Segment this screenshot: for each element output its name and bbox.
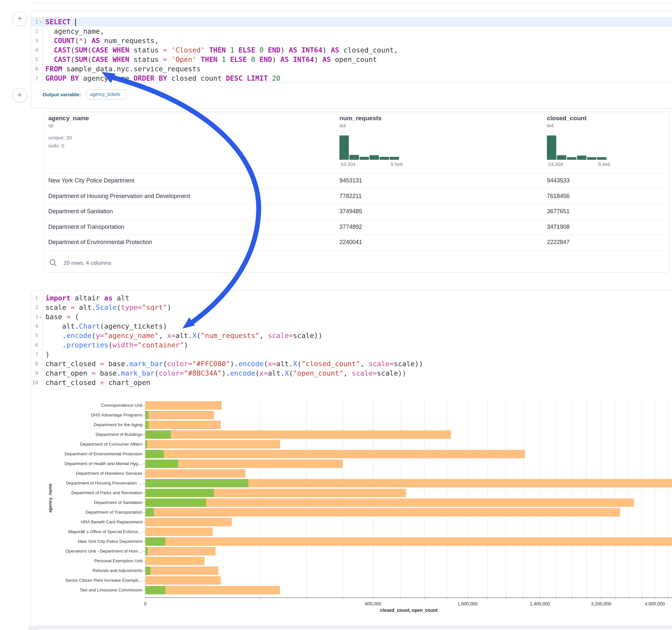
bar-closed-count xyxy=(145,469,245,478)
table-row[interactable]: Department of Transportation377489234719… xyxy=(44,219,669,235)
y-axis-tick xyxy=(143,454,145,454)
token-kw: ELSE xyxy=(239,46,256,54)
token-kw: LIMIT xyxy=(247,74,268,82)
chart-gridline xyxy=(655,400,655,597)
bar-closed-count xyxy=(145,518,232,526)
token-pl: status xyxy=(129,46,163,54)
y-axis-tick xyxy=(143,444,145,445)
token-pl xyxy=(226,46,230,54)
sql-code-line[interactable]: 7GROUP BY agency_name ORDER BY closed_co… xyxy=(31,74,672,83)
y-axis-tick xyxy=(143,464,145,464)
search-icon[interactable] xyxy=(49,259,57,267)
fold-spacer xyxy=(38,64,43,74)
y-axis-tick xyxy=(143,512,145,513)
token-pl xyxy=(264,46,268,54)
token-kw: FROM xyxy=(45,65,62,73)
chart-category-label: Department of Housing Preservation … xyxy=(41,481,142,485)
chart-category-label: Senior Citizen Rent Increase Exempti… xyxy=(41,578,142,583)
chart-category-label: Department of Homeless Services xyxy=(41,471,142,476)
token-op: * xyxy=(79,37,83,45)
code-text: SELECT xyxy=(43,17,76,27)
histogram-bar xyxy=(380,157,389,160)
add-cell-button[interactable]: + xyxy=(12,11,27,26)
token-kw: AS xyxy=(289,46,297,54)
bar-open-count xyxy=(145,508,154,516)
add-cell-button[interactable]: + xyxy=(12,88,27,103)
bar-closed-count xyxy=(145,508,620,516)
histogram-max-label: 9.4e6 xyxy=(598,162,610,167)
chart-category-label: New York City Police Department xyxy=(41,539,142,544)
y-axis-tick xyxy=(143,551,145,552)
token-kw: AS xyxy=(91,37,100,45)
chart-category-label: Taxi and Limousine Commission xyxy=(41,587,142,592)
x-axis-tick-label: 4,000,000 xyxy=(645,601,665,606)
table-row[interactable]: New York City Police Department945313194… xyxy=(44,173,669,189)
histogram-min-label: 53,304 xyxy=(548,162,563,167)
token-kw: AS xyxy=(322,55,331,64)
x-axis-tick-label: 2,400,000 xyxy=(530,601,550,606)
x-axis-line xyxy=(145,597,672,598)
table-row[interactable]: Department of Housing Preservation and D… xyxy=(44,189,669,204)
output-variable-label: Output variable: xyxy=(43,92,81,98)
token-pl xyxy=(289,55,293,64)
fold-chevron-icon[interactable]: ∨ xyxy=(38,17,43,27)
x-axis-tick-label: 0 xyxy=(144,601,146,606)
table-cell: 3749485 xyxy=(339,204,362,219)
bar-open-count xyxy=(145,421,148,429)
sql-code-line[interactable]: 6FROM sample_data.nyc.service_requests xyxy=(31,64,672,74)
token-pl: closed_count, xyxy=(339,46,398,54)
token-pl xyxy=(167,46,171,54)
output-variable-pill[interactable]: agency_tickets xyxy=(87,90,126,99)
token-kw: AS xyxy=(331,46,339,54)
table-cell: 2222847 xyxy=(547,235,570,250)
code-text: CAST(SUM(CASE WHEN status = 'Closed' THE… xyxy=(43,45,398,55)
column-type: str xyxy=(48,123,54,129)
sql-code-line[interactable]: 5 CAST(SUM(CASE WHEN status = 'Open' THE… xyxy=(31,55,672,64)
altair-chart: agency_name closed_count, open_count Cor… xyxy=(31,291,672,626)
token-kw: AS xyxy=(281,55,289,64)
token-pl: ) xyxy=(314,55,322,64)
table-row[interactable]: Department of Environmental Protection22… xyxy=(44,235,669,250)
token-pl: ( xyxy=(75,37,79,45)
cell-card-partial-top xyxy=(31,0,672,3)
table-cell: Department of Transportation xyxy=(48,219,124,235)
token-kw: SUM xyxy=(75,55,88,64)
column-header-num_requests[interactable]: num_requests xyxy=(339,115,382,122)
line-number: 6 xyxy=(31,64,38,74)
line-number: 5 xyxy=(31,55,38,64)
token-kw: WHEN xyxy=(113,55,129,64)
sql-code-editor[interactable]: 1∨SELECT 2 agency_name,3 COUNT(*) AS num… xyxy=(31,17,672,83)
token-kw: INT64 xyxy=(293,55,314,64)
cell-card-partial-bottom xyxy=(35,629,672,630)
bar-open-count xyxy=(145,566,150,575)
bar-open-count xyxy=(145,411,148,419)
histogram-bar xyxy=(339,136,349,160)
sql-code-line[interactable]: 2 agency_name, xyxy=(31,27,672,36)
token-pl: open_count xyxy=(331,55,377,64)
chart-category-label: Department of Buildings xyxy=(41,432,142,437)
token-num: 1 xyxy=(230,46,234,54)
table-cell: Department of Housing Preservation and D… xyxy=(48,189,190,204)
sql-code-line[interactable]: 4 CAST(SUM(CASE WHEN status = 'Closed' T… xyxy=(31,45,672,55)
histogram-bar xyxy=(557,155,566,160)
column-header-closed_count[interactable]: closed_count xyxy=(547,115,586,122)
fold-spacer xyxy=(38,55,43,64)
token-kw: ELSE xyxy=(230,55,247,64)
sql-code-line[interactable]: 3 COUNT(*) AS num_requests, xyxy=(31,36,672,45)
histogram-bar xyxy=(577,155,586,160)
column-header-agency_name[interactable]: agency_name xyxy=(48,115,89,122)
x-axis-tick-label: 800,000 xyxy=(365,601,382,606)
y-axis-tick xyxy=(143,483,145,484)
chart-category-label: DHS Advantage Programs xyxy=(41,413,142,417)
y-axis-tick xyxy=(143,474,145,474)
token-pl xyxy=(268,74,272,82)
chart-category-label: HRA Benefit Card Replacement xyxy=(41,519,142,524)
token-pl xyxy=(196,55,201,64)
token-pl xyxy=(205,46,209,54)
table-row[interactable]: Department of Sanitation37494853677651 xyxy=(44,204,669,220)
cell-divider xyxy=(31,82,672,82)
token-pl: agency_name xyxy=(79,74,134,82)
bar-closed-count xyxy=(145,421,221,429)
sql-code-line[interactable]: 1∨SELECT xyxy=(31,17,672,27)
token-kw: END xyxy=(268,46,281,54)
